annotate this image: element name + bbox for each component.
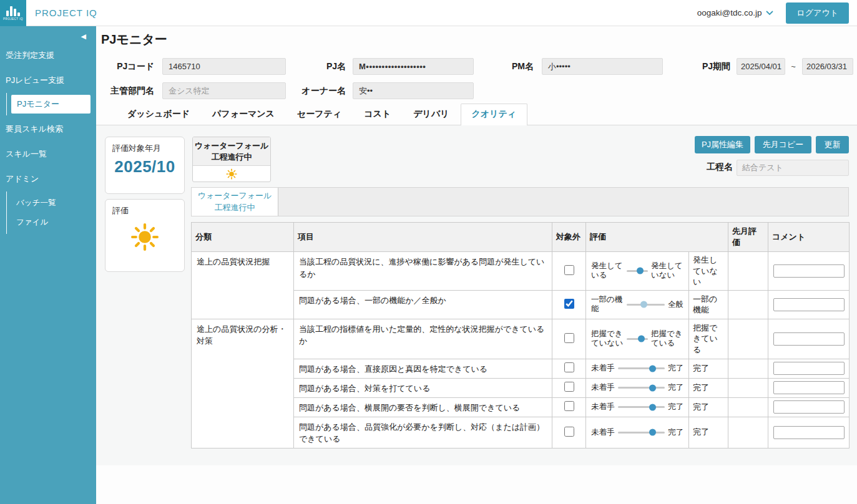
col-header-excluded: 対象外 xyxy=(552,223,586,252)
exclude-checkbox[interactable] xyxy=(564,333,574,343)
pj-code-field[interactable]: 1465710 xyxy=(162,58,286,75)
eval-month-value: 2025/10 xyxy=(105,157,184,177)
sun-icon xyxy=(130,223,159,251)
eval-value-cell: 完了 xyxy=(689,397,728,417)
eval-slider[interactable]: 未着手 完了 xyxy=(591,383,683,392)
sidebar-subgroup-review: PJモニター xyxy=(6,93,96,115)
col-header-comment: コメント xyxy=(768,223,850,252)
chevron-down-icon xyxy=(766,11,773,16)
process-tab-strip: ウォーターフォール 工程進行中 xyxy=(191,187,849,216)
tab-quality[interactable]: クオリティ xyxy=(461,104,528,125)
eval-value-cell: 完了 xyxy=(689,359,728,378)
pj-summary-fields: PJコード 1465710 PJ名 M••••••••••••••••••• P… xyxy=(96,58,857,99)
sidebar-item-file[interactable]: ファイル xyxy=(7,213,96,232)
dept-label: 主管部門名 xyxy=(96,82,154,99)
slider-track[interactable] xyxy=(618,387,665,389)
slider-track[interactable] xyxy=(627,270,648,272)
pj-period-start-field[interactable]: 2025/04/01 xyxy=(737,58,785,75)
slider-track[interactable] xyxy=(618,367,665,369)
item-cell: 問題がある場合、品質強化が必要かを判断し、対応（または計画）できている xyxy=(294,417,552,448)
sidebar-collapse-button[interactable]: ◀ xyxy=(0,26,96,43)
category-cell: 途上の品質状況把握 xyxy=(192,252,294,319)
process-name-field[interactable]: 結合テスト xyxy=(737,160,849,176)
eval-value-cell: 発生していない xyxy=(689,252,728,291)
pj-name-label: PJ名 xyxy=(290,58,346,75)
slider-track[interactable] xyxy=(627,304,665,306)
comment-input[interactable] xyxy=(773,362,845,375)
tab-waterfall-in-progress[interactable]: ウォーターフォール 工程進行中 xyxy=(192,188,278,216)
col-header-category: 分類 xyxy=(192,223,294,252)
slider-handle[interactable] xyxy=(637,268,644,274)
sun-icon xyxy=(226,168,237,180)
sidebar-item-pj-review-support[interactable]: PJレビュー支援 xyxy=(0,68,96,93)
eval-slider-cell: 未着手 完了 xyxy=(586,378,689,397)
eval-summary-card: 評価 xyxy=(105,199,185,272)
app-name: PROJECT IQ xyxy=(35,7,97,18)
eval-slider-cell: 未着手 完了 xyxy=(586,359,689,378)
comment-input[interactable] xyxy=(773,264,845,278)
exclude-checkbox[interactable] xyxy=(564,382,574,392)
owner-field[interactable]: 安•• xyxy=(353,82,474,99)
sidebar-item-skill-list[interactable]: スキル一覧 xyxy=(0,142,96,167)
slider-handle[interactable] xyxy=(649,365,656,372)
exclude-checkbox[interactable] xyxy=(564,427,574,437)
tab-performance[interactable]: パフォーマンス xyxy=(201,104,286,125)
slider-handle[interactable] xyxy=(649,384,656,391)
pj-name-field[interactable]: M••••••••••••••••••• xyxy=(353,58,474,75)
exclude-checkbox[interactable] xyxy=(564,401,574,411)
comment-input[interactable] xyxy=(773,332,845,346)
item-cell: 当該工程の指標値を用いた定量的、定性的な状況把握ができているか xyxy=(294,319,552,359)
slider-track[interactable] xyxy=(618,406,665,408)
slider-handle[interactable] xyxy=(638,336,645,342)
eval-slider[interactable]: 未着手 完了 xyxy=(591,428,683,437)
pj-period-end-field[interactable]: 2026/03/31 xyxy=(802,58,853,75)
eval-value-cell: 完了 xyxy=(689,378,728,397)
prev-eval-cell xyxy=(728,290,768,319)
eval-value-cell: 把握できている xyxy=(689,319,728,359)
eval-slider-cell: 未着手 完了 xyxy=(586,397,689,417)
sidebar-item-skill-search[interactable]: 要員スキル検索 xyxy=(0,117,96,142)
sidebar-item-batch-list[interactable]: バッチ一覧 xyxy=(7,193,96,213)
eval-slider[interactable]: 未着手 完了 xyxy=(591,364,683,373)
comment-input[interactable] xyxy=(773,400,845,414)
sidebar-item-admin[interactable]: アドミン xyxy=(0,167,96,191)
main-tabs: ダッシュボード パフォーマンス セーフティ コスト デリバリ クオリティ xyxy=(96,106,857,125)
logout-button[interactable]: ログアウト xyxy=(786,2,849,24)
sidebar-item-pj-monitor[interactable]: PJモニター xyxy=(11,95,91,114)
slider-track[interactable] xyxy=(627,338,648,340)
quality-eval-table: 分類 項目 対象外 評価 先月評価 コメント 途上の品質状況把握 当該工程の品質… xyxy=(191,222,850,448)
slider-handle[interactable] xyxy=(649,429,656,436)
prev-eval-cell xyxy=(728,359,768,378)
prev-eval-cell xyxy=(728,397,768,417)
update-button[interactable]: 更新 xyxy=(816,136,849,153)
slider-track[interactable] xyxy=(618,432,665,434)
eval-slider[interactable]: 発生している 発生していない xyxy=(591,261,683,280)
tab-delivery[interactable]: デリバリ xyxy=(402,104,460,125)
comment-input[interactable] xyxy=(773,426,845,439)
eval-slider[interactable]: 一部の機能 全般 xyxy=(591,295,683,314)
sidebar-item-order-support[interactable]: 受注判定支援 xyxy=(0,43,96,68)
tab-safety[interactable]: セーフティ xyxy=(286,104,353,125)
slider-handle[interactable] xyxy=(649,404,656,410)
item-cell: 問題がある場合、対策を打てている xyxy=(294,378,552,397)
copy-last-month-button[interactable]: 先月コピー xyxy=(755,136,811,153)
table-header-row: 分類 項目 対象外 評価 先月評価 コメント xyxy=(192,223,850,252)
user-menu[interactable]: oogaki@tdc.co.jp xyxy=(697,8,774,17)
col-header-item: 項目 xyxy=(294,223,552,252)
tab-dashboard[interactable]: ダッシュボード xyxy=(116,104,201,125)
comment-input[interactable] xyxy=(773,381,845,394)
slider-handle[interactable] xyxy=(640,301,647,308)
bar-chart-logo-icon xyxy=(6,6,20,16)
eval-slider[interactable]: 把握できていない 把握できている xyxy=(591,329,683,348)
prev-eval-cell xyxy=(728,319,768,359)
exclude-checkbox[interactable] xyxy=(564,265,574,275)
tab-cost[interactable]: コスト xyxy=(353,104,402,125)
pm-name-field[interactable]: 小••••• xyxy=(542,58,663,75)
dept-field[interactable]: 金シス特定 xyxy=(162,82,286,99)
exclude-checkbox[interactable] xyxy=(564,362,574,372)
eval-slider[interactable]: 未着手 完了 xyxy=(591,402,683,412)
comment-input[interactable] xyxy=(773,298,845,311)
exclude-checkbox[interactable] xyxy=(564,299,574,309)
item-cell: 問題がある場合、横展開の要否を判断し、横展開できている xyxy=(294,397,552,417)
pj-attribute-edit-button[interactable]: PJ属性編集 xyxy=(695,136,750,153)
